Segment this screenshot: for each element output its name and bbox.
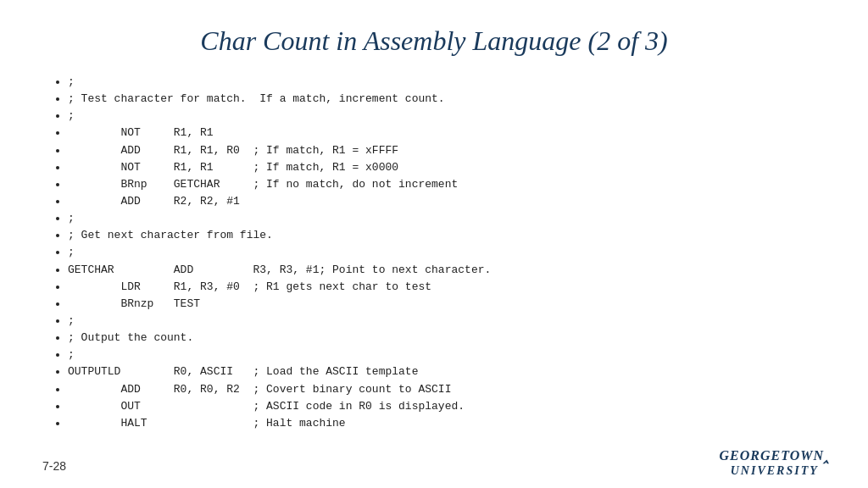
- logo-university: UNIVERSITY: [720, 464, 831, 478]
- list-item: ;: [68, 74, 826, 91]
- list-item: ADD R2, R2, #1: [68, 193, 826, 210]
- list-item: ;: [68, 347, 826, 363]
- logo-georgetown: GEORGETOWN‸: [720, 446, 831, 464]
- list-item: OUTPUTLD R0, ASCII ; Load the ASCII temp…: [68, 363, 826, 380]
- list-item: ADD R1, R1, R0 ; If match, R1 = xFFFF: [68, 142, 826, 159]
- list-item: ; Get next character from file.: [68, 227, 826, 244]
- list-item: ; Output the count.: [68, 330, 826, 347]
- list-item: HALT ; Halt machine: [68, 415, 826, 432]
- list-item: ;: [68, 210, 826, 227]
- logo: GEORGETOWN‸ UNIVERSITY: [720, 446, 831, 478]
- slide-number: 7-28: [42, 459, 66, 473]
- slide: Char Count in Assembly Language (2 of 3)…: [0, 0, 868, 488]
- list-item: ;: [68, 108, 826, 125]
- list-item: NOT R1, R1 ; If match, R1 = x0000: [68, 159, 826, 176]
- list-item: NOT R1, R1: [68, 125, 826, 141]
- list-item: OUT ; ASCII code in R0 is displayed.: [68, 398, 826, 415]
- list-item: ; Test character for match. If a match, …: [68, 91, 826, 108]
- list-item: BRnzp TEST: [68, 296, 826, 313]
- content-area: ;; Test character for match. If a match,…: [42, 74, 826, 432]
- logo-swoosh: ‸: [824, 446, 830, 464]
- list-item: ;: [68, 244, 826, 261]
- list-item: ;: [68, 313, 826, 330]
- list-item: LDR R1, R3, #0 ; R1 gets next char to te…: [68, 279, 826, 296]
- bullet-list: ;; Test character for match. If a match,…: [42, 74, 826, 432]
- slide-title: Char Count in Assembly Language (2 of 3): [42, 25, 826, 57]
- list-item: BRnp GETCHAR ; If no match, do not incre…: [68, 176, 826, 193]
- list-item: GETCHAR ADD R3, R3, #1; Point to next ch…: [68, 262, 826, 279]
- list-item: ADD R0, R0, R2 ; Covert binary count to …: [68, 381, 826, 398]
